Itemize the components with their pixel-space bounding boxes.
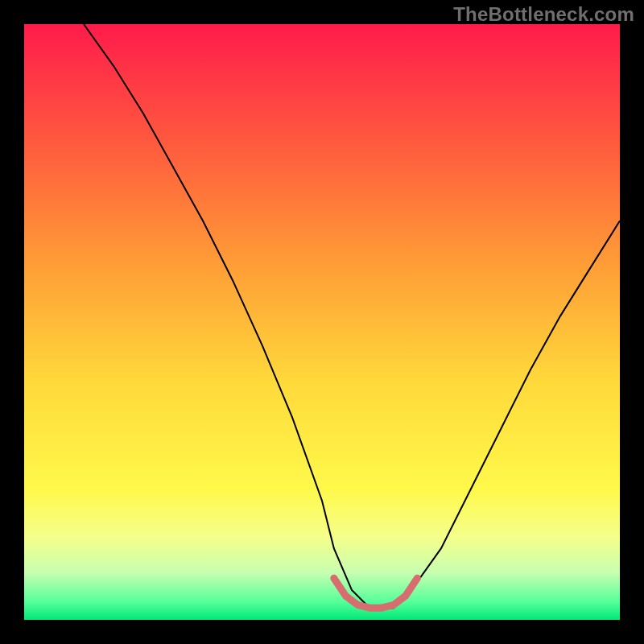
gradient-background: [24, 24, 620, 620]
watermark-text: TheBottleneck.com: [453, 3, 634, 26]
plot-area: [24, 24, 620, 620]
chart-svg: [24, 24, 620, 620]
chart-stage: TheBottleneck.com: [0, 0, 644, 644]
